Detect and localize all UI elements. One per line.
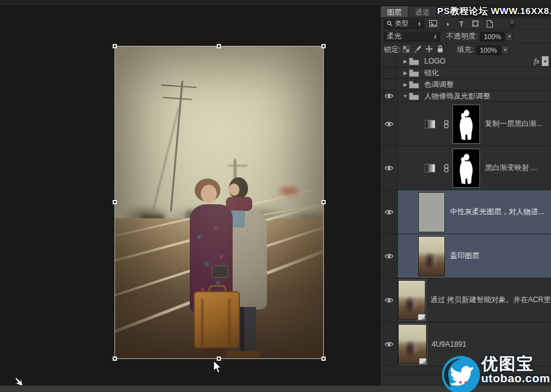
layer-name: 锐化: [424, 68, 439, 78]
layer-mask-thumbnail[interactable]: [452, 149, 480, 188]
layer-name: 复制一层黑白渐...: [485, 119, 542, 129]
layer-row-content[interactable]: 盖印图层: [398, 234, 551, 278]
lock-transparency-icon[interactable]: [403, 46, 410, 54]
utobao-url-text: utobao.com: [481, 372, 550, 385]
layer-filter-row: 类型 ▲▼ ◑ T: [381, 18, 551, 30]
fill-label: 填充:: [457, 45, 473, 55]
fill-dropdown-button[interactable]: ▼: [501, 45, 509, 54]
layer-name: 通过 拷贝新建智能对象。并在ACR里...: [430, 295, 551, 305]
chevron-right-icon[interactable]: ▶: [402, 59, 409, 64]
layer-visibility-eye-icon[interactable]: [381, 278, 398, 322]
layer-row-content[interactable]: 中性灰柔光图层，对人物进...: [398, 190, 551, 234]
layer-mask-thumbnail[interactable]: [452, 105, 480, 144]
utobao-star-accent: ✦✦: [458, 379, 468, 386]
lock-position-move-icon[interactable]: [425, 45, 433, 54]
tutorial-watermark-text: PS教程论坛 WWW.16XX8.COM: [437, 6, 551, 17]
tab-channels[interactable]: 通道: [409, 6, 436, 17]
chevron-down-icon[interactable]: ▼: [402, 94, 409, 99]
layer-name: 色调调整: [424, 80, 454, 90]
filter-kind-combo[interactable]: 类型 ▲▼: [384, 19, 424, 29]
layer-thumbnail-smart-object[interactable]: [398, 324, 427, 364]
combo-updown-icon: ▲▼: [433, 34, 437, 39]
gradient-map-thumbnail[interactable]: [425, 164, 435, 172]
lock-paint-brush-icon[interactable]: [414, 45, 421, 54]
layer-row-content[interactable]: 黑白渐变映射 ...: [398, 146, 551, 190]
photo-couple-on-railway: [115, 46, 323, 358]
layer-row-group[interactable]: ▶色调调整: [381, 79, 551, 91]
opacity-label: 不透明度:: [446, 31, 478, 42]
photo-vignette: [115, 46, 323, 358]
layer-visibility-empty[interactable]: [381, 67, 398, 78]
fill-value[interactable]: 100%: [476, 45, 501, 55]
layer-row-content[interactable]: ▼人物修饰及光影调整: [398, 91, 551, 102]
layer-name: 人物修饰及光影调整: [424, 91, 490, 102]
layer-name: 黑白渐变映射 ...: [485, 163, 537, 173]
folder-icon: [409, 69, 419, 77]
smart-object-badge-icon: [419, 358, 427, 364]
filter-pixel-icon[interactable]: [428, 19, 438, 28]
mask-link-chain-icon[interactable]: [443, 164, 450, 172]
filter-toggle-switch[interactable]: [507, 19, 517, 28]
layer-row-group[interactable]: ▼人物修饰及光影调整: [381, 91, 551, 102]
blend-mode-value: 柔光: [387, 31, 402, 42]
layer-row-content[interactable]: ▶锐化: [398, 67, 551, 78]
layer-name: LOGO: [424, 57, 446, 65]
tab-layers[interactable]: 图层: [381, 6, 408, 17]
utobao-watermark: 优图宝 utobao.com: [442, 356, 551, 392]
filter-type-icon[interactable]: T: [456, 19, 467, 28]
fx-collapse-button[interactable]: ▼: [542, 56, 549, 66]
layer-row-adjustment[interactable]: 黑白渐变映射 ...: [381, 146, 551, 190]
chevron-right-icon[interactable]: ▶: [402, 70, 409, 76]
filter-kind-label: 类型: [395, 19, 408, 28]
folder-icon: [409, 57, 419, 65]
layer-row-content[interactable]: ▶色调调整: [398, 79, 551, 90]
layer-thumbnail-smart-object[interactable]: [398, 280, 425, 320]
combo-updown-icon: ▲▼: [418, 21, 421, 26]
layer-row-group[interactable]: ▶锐化: [381, 67, 551, 79]
filter-adjustment-icon[interactable]: ◑: [442, 19, 452, 28]
layer-thumbnail-gray[interactable]: [418, 192, 445, 232]
lock-row: 锁定: 填充: 100% ▼: [381, 43, 551, 57]
chevron-right-icon[interactable]: ▶: [402, 82, 409, 87]
layer-visibility-empty[interactable]: [381, 56, 398, 67]
layer-visibility-eye-icon[interactable]: [381, 234, 398, 278]
lock-label: 锁定:: [384, 45, 400, 55]
layer-thumbnail-photo[interactable]: [418, 236, 445, 276]
layer-row-content[interactable]: ▶LOGOfx▼: [398, 56, 551, 67]
mask-link-chain-icon[interactable]: [443, 120, 450, 128]
document-canvas[interactable]: [0, 6, 381, 385]
gradient-map-thumbnail[interactable]: [425, 120, 435, 128]
utobao-bird-logo: [442, 356, 480, 392]
search-icon: [387, 20, 392, 28]
lock-all-padlock-icon[interactable]: [437, 45, 443, 54]
folder-icon: [409, 92, 419, 100]
filter-shape-icon[interactable]: [470, 19, 481, 28]
layer-row-photo[interactable]: 盖印图层: [381, 234, 551, 278]
layer-fx-badge: fx: [534, 57, 539, 66]
opacity-value[interactable]: 100%: [480, 32, 504, 42]
layers-list: ▶LOGOfx▼▶锐化▶色调调整▼人物修饰及光影调整复制一层黑白渐...黑白渐变…: [381, 56, 551, 366]
layer-visibility-empty[interactable]: [381, 79, 398, 90]
layer-visibility-eye-icon[interactable]: [381, 102, 398, 146]
opacity-dropdown-button[interactable]: ▼: [505, 32, 513, 41]
layer-name: 4U9A1891: [432, 340, 467, 349]
layer-row-content[interactable]: 复制一层黑白渐...: [398, 102, 551, 146]
layer-row-group[interactable]: ▶LOGOfx▼: [381, 56, 551, 67]
layer-name: 中性灰柔光图层，对人物进...: [450, 207, 544, 217]
filter-smartobject-icon[interactable]: [484, 19, 495, 28]
utobao-cn-text: 优图宝: [481, 356, 550, 372]
layer-visibility-eye-icon[interactable]: [381, 146, 398, 190]
layer-row-gray[interactable]: 中性灰柔光图层，对人物进...: [381, 190, 551, 234]
layer-row-smart[interactable]: 通过 拷贝新建智能对象。并在ACR里...: [381, 278, 551, 322]
blend-mode-select[interactable]: 柔光 ▲▼: [384, 32, 440, 42]
layer-row-content[interactable]: 通过 拷贝新建智能对象。并在ACR里...: [398, 278, 551, 322]
layer-row-adjustment[interactable]: 复制一层黑白渐...: [381, 102, 551, 146]
layer-visibility-eye-icon[interactable]: [381, 322, 398, 366]
mouse-cursor: [213, 361, 223, 374]
layer-visibility-eye-icon[interactable]: [381, 91, 398, 102]
photoshop-window: { "watermark_top": "PS教程论坛 WWW.16XX8.COM…: [0, 0, 551, 392]
layer-visibility-eye-icon[interactable]: [381, 190, 398, 234]
smart-object-badge-icon: [418, 314, 425, 320]
layers-panel: 图层 通道 路径 类型 ▲▼ ◑ T 柔光 ▲▼ 不透明度:: [381, 6, 551, 385]
layer-name: 盖印图层: [450, 251, 479, 261]
